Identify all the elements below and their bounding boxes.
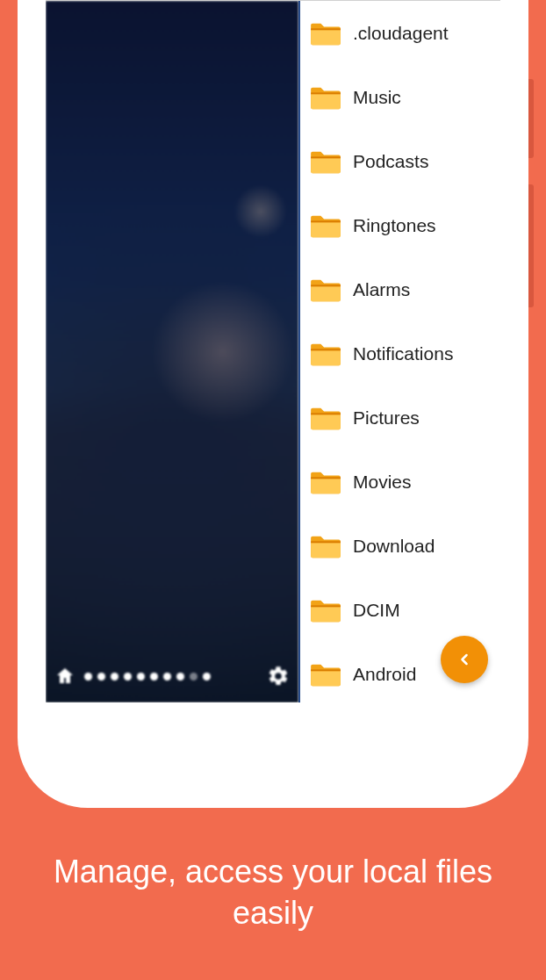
home-bottom-bar [46, 650, 298, 703]
page-dot[interactable] [176, 673, 184, 681]
svg-rect-1 [311, 92, 341, 94]
svg-rect-0 [311, 28, 341, 30]
promo-caption: Manage, access your local files easily [0, 852, 546, 934]
folder-icon [309, 277, 342, 303]
folder-label: DCIM [353, 600, 400, 621]
page-dot[interactable] [124, 673, 132, 681]
folder-row[interactable]: Alarms [300, 257, 500, 321]
phone-side-button [528, 79, 534, 158]
page-dot[interactable] [150, 673, 158, 681]
chevron-left-icon [456, 651, 473, 668]
back-fab-button[interactable] [441, 636, 488, 683]
phone-side-button [528, 184, 534, 307]
svg-rect-5 [311, 349, 341, 350]
gear-icon[interactable] [267, 665, 290, 688]
page-dot[interactable] [137, 673, 145, 681]
folder-label: Notifications [353, 343, 453, 364]
folder-row[interactable]: .cloudagent [300, 1, 500, 65]
svg-rect-8 [311, 541, 341, 543]
page-dot[interactable] [163, 673, 171, 681]
folder-icon [309, 661, 342, 688]
folder-row[interactable]: Download [300, 514, 500, 578]
folder-row[interactable]: DCIM [300, 578, 500, 642]
phone-screen: .cloudagentMusicPodcastsRingtonesAlarmsN… [46, 0, 500, 703]
folder-icon [309, 213, 342, 239]
svg-rect-4 [311, 285, 341, 286]
folder-icon [309, 84, 342, 111]
folder-row[interactable]: Music [300, 65, 500, 129]
folder-icon [309, 597, 342, 623]
folder-label: Download [353, 536, 435, 557]
page-dot[interactable] [97, 673, 105, 681]
folder-row[interactable]: Pictures [300, 386, 500, 450]
folder-label: Pictures [353, 407, 420, 429]
svg-rect-6 [311, 413, 341, 414]
folder-row[interactable]: Ringtones [300, 193, 500, 257]
folder-icon [309, 341, 342, 367]
folder-row[interactable]: Notifications [300, 321, 500, 386]
folder-icon [309, 148, 342, 175]
page-dot[interactable] [203, 673, 211, 681]
home-icon[interactable] [54, 666, 75, 687]
svg-rect-7 [311, 477, 341, 479]
folder-label: .cloudagent [353, 23, 449, 44]
file-list[interactable]: .cloudagentMusicPodcastsRingtonesAlarmsN… [300, 1, 500, 703]
folder-label: Alarms [353, 279, 410, 300]
folder-row[interactable]: Movies [300, 450, 500, 514]
page-dot[interactable] [190, 673, 198, 681]
folder-row[interactable]: Podcasts [300, 129, 500, 193]
svg-rect-3 [311, 220, 341, 222]
phone-mockup: .cloudagentMusicPodcastsRingtonesAlarmsN… [18, 0, 528, 808]
folder-label: Android [353, 664, 416, 685]
folder-label: Podcasts [353, 151, 428, 172]
folder-label: Movies [353, 472, 412, 493]
home-wallpaper [46, 1, 298, 703]
svg-rect-9 [311, 605, 341, 607]
folder-icon [309, 20, 342, 47]
folder-label: Music [353, 87, 401, 108]
folder-icon [309, 405, 342, 431]
page-indicator[interactable] [84, 673, 267, 681]
folder-icon [309, 533, 342, 559]
svg-rect-2 [311, 156, 341, 158]
page-dot[interactable] [84, 673, 92, 681]
file-manager-panel: .cloudagentMusicPodcastsRingtonesAlarmsN… [298, 1, 500, 703]
svg-rect-10 [311, 669, 341, 671]
page-dot[interactable] [111, 673, 119, 681]
folder-label: Ringtones [353, 215, 436, 236]
folder-icon [309, 469, 342, 495]
